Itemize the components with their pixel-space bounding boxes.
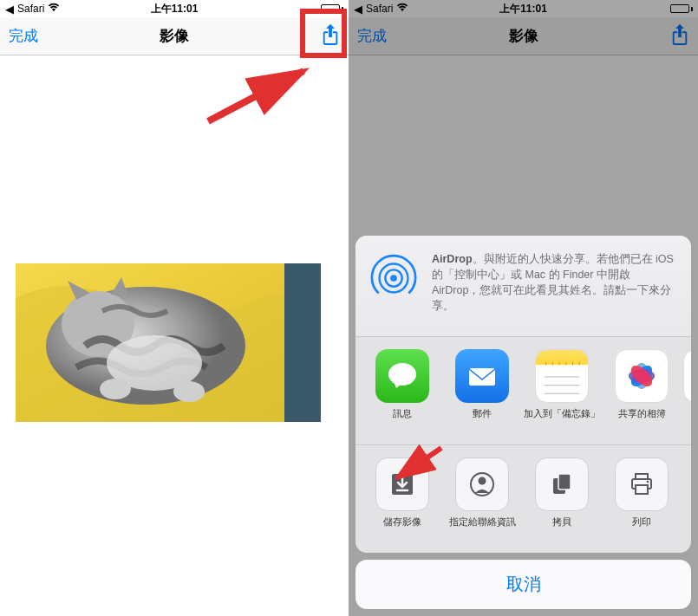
- svg-point-12: [390, 275, 397, 282]
- displayed-image: [16, 263, 321, 422]
- copy-icon: [535, 457, 589, 511]
- svg-rect-3: [284, 263, 321, 422]
- action-copy[interactable]: 拷貝: [524, 457, 600, 541]
- phone-left: ◀ Safari 上午11:01 完成 影像: [0, 0, 349, 616]
- svg-point-8: [173, 381, 205, 402]
- mail-icon: [455, 349, 509, 403]
- cancel-button[interactable]: 取消: [356, 560, 691, 609]
- annotation-arrow-icon: [388, 443, 448, 486]
- airdrop-description: AirDrop。與附近的人快速分享。若他們已在 iOS 的「控制中心」或 Mac…: [432, 251, 679, 314]
- partial-app-icon: [683, 349, 691, 403]
- status-bar: ◀ Safari 上午11:01: [0, 0, 349, 17]
- messages-icon: [375, 349, 429, 403]
- svg-rect-16: [469, 368, 495, 386]
- share-sheet-panel: AirDrop。與附近的人快速分享。若他們已在 iOS 的「控制中心」或 Mac…: [356, 236, 691, 554]
- action-print[interactable]: 列印: [603, 457, 680, 541]
- airdrop-section[interactable]: AirDrop。與附近的人快速分享。若他們已在 iOS 的「控制中心」或 Mac…: [356, 236, 691, 337]
- svg-point-43: [647, 481, 649, 483]
- contact-icon: [455, 457, 509, 511]
- action-assign-contact[interactable]: 指定給聯絡資訊: [444, 457, 520, 541]
- page-title: 影像: [0, 26, 349, 46]
- print-icon: [615, 457, 669, 511]
- svg-rect-39: [558, 474, 571, 490]
- clock: 上午11:01: [0, 2, 349, 16]
- share-app-shared-album[interactable]: 共享的相簿: [603, 349, 680, 432]
- svg-point-7: [100, 379, 131, 399]
- svg-point-15: [388, 363, 416, 386]
- image-viewer[interactable]: [0, 55, 349, 616]
- notes-icon: [535, 349, 589, 403]
- share-app-mail[interactable]: 郵件: [444, 349, 520, 432]
- photos-icon: [615, 349, 669, 403]
- nav-bar: 完成 影像: [0, 17, 349, 55]
- svg-point-37: [479, 477, 486, 485]
- share-apps-row[interactable]: 訊息 郵件 加入到「備忘錄」: [356, 336, 691, 444]
- share-sheet: AirDrop。與附近的人快速分享。若他們已在 iOS 的「控制中心」或 Mac…: [356, 236, 691, 610]
- share-app-more[interactable]: 將至: [683, 349, 691, 432]
- share-app-messages[interactable]: 訊息: [364, 349, 440, 432]
- annotation-highlight-box: [300, 9, 347, 58]
- airdrop-icon: [368, 251, 420, 314]
- svg-rect-42: [636, 485, 648, 494]
- svg-line-44: [398, 448, 441, 477]
- share-app-notes[interactable]: 加入到「備忘錄」: [524, 349, 600, 432]
- svg-line-9: [208, 71, 303, 121]
- phone-right: ◀ Safari 上午11:01 完成 影像: [349, 0, 698, 616]
- annotation-arrow-icon: [199, 61, 321, 130]
